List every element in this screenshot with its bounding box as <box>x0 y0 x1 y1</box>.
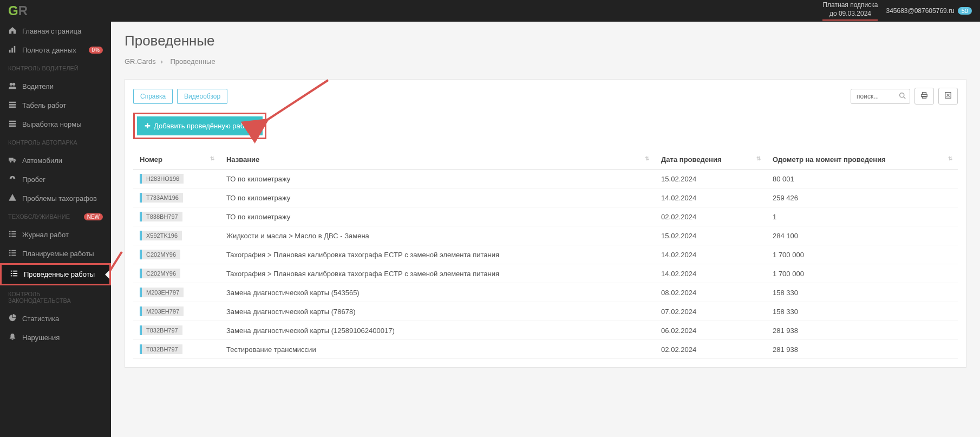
nav-item-проблемы-тахографов[interactable]: Проблемы тахографов <box>0 189 111 208</box>
topbar: GR Платная подписка до 09.03.2024 345683… <box>0 0 980 22</box>
svg-rect-27 <box>13 271 17 272</box>
nav-item-журнал-работ[interactable]: Журнал работ <box>0 225 111 244</box>
excel-icon <box>944 92 952 99</box>
work-name: Замена диагностической карты (78678) <box>220 302 655 321</box>
list-icon <box>8 230 17 239</box>
work-name: Замена диагностической карты (543565) <box>220 283 655 302</box>
nav-item-полнота-данных[interactable]: Полнота данных0% <box>0 41 111 60</box>
table-header[interactable]: Дата проведения⇅ <box>655 150 766 169</box>
svg-point-4 <box>12 83 15 86</box>
nav-label: Водители <box>22 82 54 90</box>
breadcrumb-root[interactable]: GR.Cards <box>125 57 156 66</box>
vehicle-plate: C202MY96 <box>140 269 180 278</box>
bell-icon <box>8 333 17 342</box>
nav-item-планируемые-работы[interactable]: Планируемые работы <box>0 244 111 263</box>
nav-item-автомобили[interactable]: Автомобили <box>0 151 111 170</box>
add-work-button[interactable]: ✚ Добавить проведённую работу <box>137 116 263 135</box>
table-row[interactable]: M203EH797Замена диагностической карты (7… <box>133 302 958 321</box>
user-menu[interactable]: 345683@087605769.ru 50 <box>886 7 972 15</box>
table-header[interactable]: Номер⇅ <box>133 150 220 169</box>
annotation-arrow-add <box>258 77 334 132</box>
nav-item-выработка-нормы[interactable]: Выработка нормы <box>0 115 111 134</box>
odometer: 158 330 <box>766 283 958 302</box>
svg-point-13 <box>14 161 16 163</box>
breadcrumb: GR.Cards › Проведенные <box>125 57 966 66</box>
svg-rect-11 <box>9 158 14 161</box>
table-row[interactable]: X592TK196Жидкости и масла > Масло в ДВС … <box>133 226 958 245</box>
svg-point-32 <box>900 93 904 97</box>
vehicle-plate: T832BH797 <box>140 325 182 335</box>
truck-icon <box>8 156 17 165</box>
work-date: 14.02.2024 <box>655 245 766 264</box>
table-row[interactable]: H283HO196ТО по километражу15.02.202480 0… <box>133 169 958 188</box>
subscription-info: Платная подписка до 09.03.2024 <box>822 1 878 20</box>
odometer: 1 700 000 <box>766 264 958 283</box>
table-row[interactable]: T832BH797Замена диагностической карты (1… <box>133 321 958 340</box>
svg-line-33 <box>904 96 905 98</box>
svg-rect-15 <box>11 231 16 232</box>
vehicle-plate: C202MY96 <box>140 250 180 259</box>
table-header[interactable]: Одометр на момент проведения⇅ <box>766 150 958 169</box>
odometer: 158 330 <box>766 302 958 321</box>
nav-item-пробег[interactable]: Пробег <box>0 170 111 189</box>
odometer: 281 938 <box>766 340 958 359</box>
sort-icon: ⇅ <box>210 155 214 161</box>
work-name: ТО по километражу <box>220 207 655 226</box>
plus-icon: ✚ <box>145 122 151 130</box>
main-content: Проведенные GR.Cards › Проведенные Справ… <box>111 22 980 437</box>
table-row[interactable]: T733AM196ТО по километражу14.02.2024259 … <box>133 188 958 207</box>
nav-label: Нарушения <box>22 334 60 342</box>
user-email-text: 345683@087605769.ru <box>886 7 954 15</box>
svg-rect-30 <box>11 276 12 277</box>
vehicle-plate: H283HO196 <box>140 174 184 184</box>
table-row[interactable]: C202MY96Тахография > Плановая калибровка… <box>133 264 958 283</box>
vehicle-plate: T733AM196 <box>140 193 183 203</box>
work-date: 02.02.2024 <box>655 340 766 359</box>
help-button[interactable]: Справка <box>133 89 173 104</box>
work-date: 08.02.2024 <box>655 283 766 302</box>
nav-item-нарушения[interactable]: Нарушения <box>0 328 111 347</box>
nav-label: Статистика <box>22 315 59 323</box>
export-button[interactable] <box>938 88 958 105</box>
video-button[interactable]: Видеообзор <box>177 89 227 104</box>
work-date: 07.02.2024 <box>655 302 766 321</box>
svg-rect-28 <box>11 273 12 274</box>
table-row[interactable]: T832BH797Тестирование трансмиссии02.02.2… <box>133 340 958 359</box>
nav-item-водители[interactable]: Водители <box>0 77 111 96</box>
work-date: 14.02.2024 <box>655 264 766 283</box>
nav-item-табель-работ[interactable]: Табель работ <box>0 96 111 115</box>
breadcrumb-current: Проведенные <box>170 57 215 66</box>
works-table: Номер⇅Название⇅Дата проведения⇅Одометр н… <box>133 150 958 359</box>
svg-rect-7 <box>9 107 16 108</box>
vehicle-plate: X592TK196 <box>140 231 182 240</box>
nav-item-проведенные-работы[interactable]: Проведенные работы <box>0 263 111 285</box>
table-row[interactable]: T838BH797ТО по километражу02.02.20241 <box>133 207 958 226</box>
nav-item-статистика[interactable]: Статистика <box>0 309 111 328</box>
logo[interactable]: GR <box>8 3 28 18</box>
nav-item-главная-страница[interactable]: Главная страница <box>0 22 111 41</box>
print-button[interactable] <box>914 88 934 105</box>
warn-icon <box>8 194 17 203</box>
nav-label: Проблемы тахографов <box>22 194 97 203</box>
odometer: 1 <box>766 207 958 226</box>
svg-rect-19 <box>11 236 16 237</box>
table-icon <box>8 120 17 129</box>
odometer: 80 001 <box>766 169 958 188</box>
work-date: 14.02.2024 <box>655 188 766 207</box>
table-icon <box>8 101 17 110</box>
work-name: Тахография > Плановая калибровка тахогра… <box>220 245 655 264</box>
print-icon <box>920 92 928 99</box>
table-row[interactable]: C202MY96Тахография > Плановая калибровка… <box>133 245 958 264</box>
odometer: 284 100 <box>766 226 958 245</box>
svg-rect-9 <box>9 123 16 125</box>
svg-rect-18 <box>9 236 11 237</box>
nav-badge: NEW <box>84 213 103 220</box>
table-header[interactable]: Название⇅ <box>220 150 655 169</box>
table-row[interactable]: M203EH797Замена диагностической карты (5… <box>133 283 958 302</box>
notification-badge: 50 <box>958 7 972 15</box>
nav-header: КОНТРОЛЬ ЗАКОНОДАТЕЛЬСТВА <box>0 285 111 309</box>
work-date: 15.02.2024 <box>655 226 766 245</box>
nav-header: ТЕХОБСЛУЖИВАНИЕNEW <box>0 208 111 225</box>
sort-icon: ⇅ <box>756 155 761 161</box>
svg-point-3 <box>10 83 12 86</box>
